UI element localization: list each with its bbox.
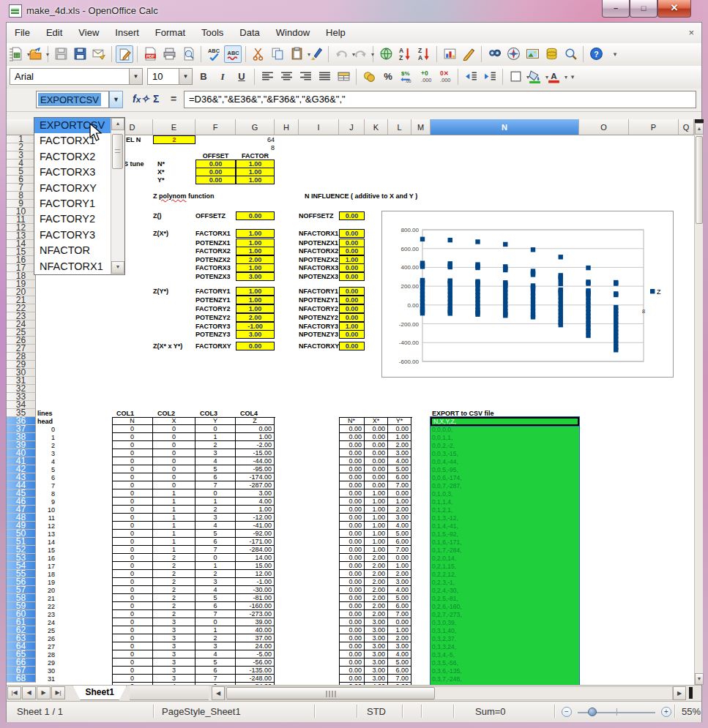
menu-insert[interactable]: Insert — [107, 23, 147, 43]
open-dropdown-icon[interactable]: ▾ — [46, 51, 49, 58]
param-cell-OFFSETZ[interactable]: 0.00 — [236, 211, 275, 220]
name-box[interactable]: EXPORTCSV — [36, 91, 109, 108]
menu-help[interactable]: Help — [318, 23, 354, 43]
font-name-combo[interactable]: Arial▼ — [10, 68, 143, 85]
star-cell[interactable]: 0.00 — [365, 441, 388, 449]
sum-icon[interactable]: Σ — [153, 93, 159, 105]
font-name-dropdown-icon[interactable]: ▼ — [129, 69, 142, 84]
table-cell[interactable]: 2 — [153, 586, 195, 594]
table-cell[interactable]: 0 — [112, 634, 153, 642]
export-line[interactable]: 0,0,6,-174, — [432, 474, 462, 482]
table-cell[interactable]: 0 — [112, 570, 153, 578]
spelling-icon[interactable]: ABC — [205, 45, 223, 63]
star-cell[interactable]: 0.00 — [339, 481, 365, 489]
star-cell[interactable]: 6.00 — [388, 538, 411, 546]
export-line[interactable]: 0,3,6,-135, — [432, 667, 462, 675]
sub-header-X[interactable]: X — [153, 417, 195, 425]
table-cell[interactable]: 3 — [195, 578, 236, 586]
table-cell[interactable]: 6 — [195, 538, 236, 546]
table-cell[interactable]: 3 — [153, 642, 195, 650]
param-cell-POTENZY2[interactable]: 2.00 — [236, 313, 275, 322]
table-cell[interactable]: 0 — [112, 650, 153, 658]
insert-mode-indicator[interactable]: STD — [367, 706, 386, 717]
table-cell[interactable]: 3 — [153, 634, 195, 642]
sort-descending-icon[interactable]: ZA — [415, 45, 433, 63]
column-header-L[interactable]: L — [388, 119, 411, 135]
export-line[interactable]: 0,3,2,37, — [432, 635, 456, 643]
document-close-icon[interactable]: × — [688, 27, 694, 38]
export-line[interactable]: 0,1,3,-12, — [432, 514, 458, 522]
star-cell[interactable]: 2.00 — [388, 441, 411, 449]
table-cell[interactable]: 3 — [195, 642, 236, 650]
column-header-I[interactable]: I — [299, 119, 339, 135]
column-header-E[interactable]: E — [153, 119, 195, 135]
table-cell[interactable]: 0 — [153, 465, 195, 473]
table-cell[interactable]: -174.00 — [236, 473, 275, 481]
hyperlink-icon[interactable] — [377, 45, 395, 63]
param-cell-NFACTORY2[interactable]: 0.00 — [339, 304, 365, 313]
table-cell[interactable]: 3 — [153, 650, 195, 658]
table-cell[interactable]: 2 — [153, 602, 195, 610]
table-cell[interactable]: 1 — [153, 489, 195, 498]
next-sheet-button[interactable]: ▶ — [37, 686, 51, 699]
star-cell[interactable]: 0.00 — [365, 425, 388, 433]
table-cell[interactable]: 3 — [153, 658, 195, 667]
export-line[interactable]: 0,2,7,-273, — [432, 611, 462, 619]
font-size-combo[interactable]: 10▼ — [147, 68, 193, 85]
merge-cells-icon[interactable] — [335, 68, 352, 86]
table-cell[interactable]: 0 — [153, 457, 195, 465]
table-cell[interactable]: 1 — [153, 522, 195, 530]
table-cell[interactable]: 0 — [112, 602, 153, 610]
table-cell[interactable]: 3 — [153, 618, 195, 626]
undo-icon[interactable]: ▾ — [332, 45, 350, 63]
star-cell[interactable]: 0.00 — [339, 538, 365, 546]
table-cell[interactable]: 2 — [153, 594, 195, 602]
star-cell[interactable]: 0.00 — [339, 610, 365, 618]
table-cell[interactable]: 7 — [195, 481, 236, 489]
table-cell[interactable]: 0 — [112, 578, 153, 586]
sub-header-Z[interactable]: Z — [236, 417, 275, 425]
name-box-dropdown-button[interactable]: ▼ — [109, 91, 123, 108]
horizontal-scroll-thumb[interactable] — [226, 687, 435, 699]
param-cell-NPOTENZY1[interactable]: 0.00 — [339, 296, 365, 304]
table-cell[interactable]: 1 — [153, 538, 195, 546]
star-cell[interactable]: 1.00 — [388, 626, 411, 634]
star-cell[interactable]: 0.00 — [339, 441, 365, 449]
star-cell[interactable]: 3.00 — [365, 618, 388, 626]
star-cell[interactable]: 0.00 — [339, 667, 365, 675]
sub-header-N[interactable]: N — [112, 417, 153, 425]
dropdown-scrollbar[interactable]: ▲▼ — [111, 118, 124, 274]
table-cell[interactable]: -287.00 — [236, 481, 275, 489]
auto-spellcheck-icon[interactable]: ABC — [224, 45, 242, 63]
row-header-68[interactable]: 68 — [7, 675, 36, 683]
count1-cell[interactable]: 64 — [236, 136, 277, 144]
table-cell[interactable]: 37.00 — [236, 634, 275, 642]
title-bar[interactable]: make_4d.xls - OpenOffice Calc – □ ✕ — [0, 0, 708, 22]
table-cell[interactable]: 4 — [195, 457, 236, 465]
table-cell[interactable]: 0 — [112, 538, 153, 546]
table-cell[interactable]: 3 — [153, 667, 195, 675]
table-cell[interactable]: 5 — [195, 530, 236, 538]
star-cell[interactable]: 0.00 — [339, 514, 365, 522]
star-cell[interactable]: 3.00 — [365, 658, 388, 667]
delete-decimal-icon[interactable]: 0✕.000 — [436, 68, 454, 86]
table-cell[interactable]: 0 — [112, 562, 153, 570]
borders-icon[interactable]: ▾ — [507, 68, 524, 86]
table-cell[interactable]: 5 — [195, 658, 236, 667]
export-line[interactable]: 0,2,4,-30, — [432, 587, 458, 595]
table-cell[interactable]: 0 — [112, 449, 153, 457]
table-cell[interactable]: 2 — [195, 634, 236, 642]
table-cell[interactable]: 2 — [195, 506, 236, 514]
export-line[interactable]: 0,0,0,0, — [432, 426, 452, 434]
axis-offset-cell[interactable]: 0.00 — [195, 176, 236, 184]
star-cell[interactable]: 0.00 — [339, 465, 365, 473]
star-cell[interactable]: 6.00 — [388, 667, 411, 675]
star-cell[interactable]: 2.00 — [365, 578, 388, 586]
data-sources-icon[interactable] — [543, 45, 560, 63]
table-cell[interactable]: 15.00 — [236, 562, 275, 570]
star-cell[interactable]: 2.00 — [365, 594, 388, 602]
gallery-icon[interactable] — [523, 45, 541, 63]
table-cell[interactable]: 14.00 — [236, 554, 275, 562]
table-cell[interactable]: -2.00 — [236, 441, 275, 449]
export-line[interactable]: 0,1,0,3, — [432, 490, 452, 498]
